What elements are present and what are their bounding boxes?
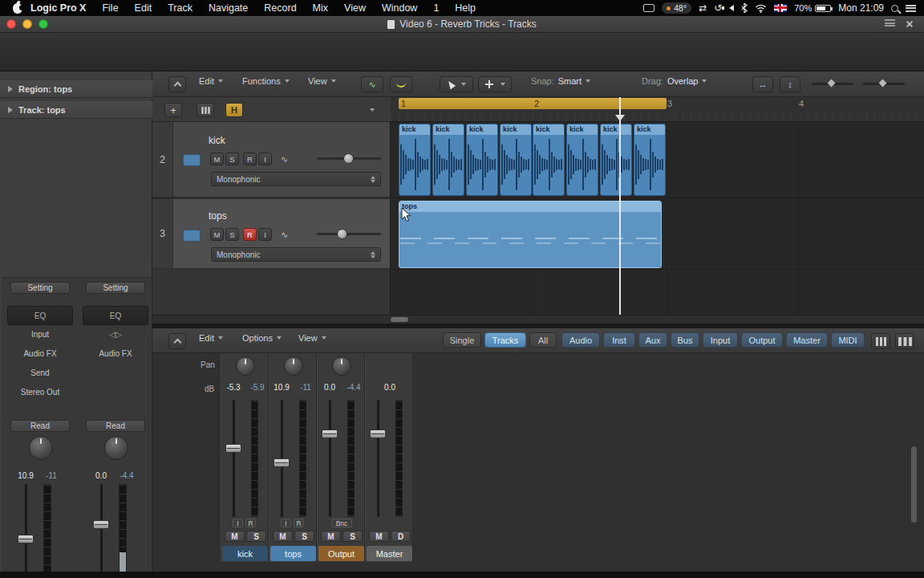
track-name[interactable]: kick: [209, 135, 225, 146]
solo-button[interactable]: S: [246, 531, 266, 542]
disclosure-triangle-icon[interactable]: [8, 86, 13, 92]
send-slot[interactable]: Send: [4, 368, 76, 377]
eq-thumbnail[interactable]: EQ: [7, 306, 73, 325]
pan-knob[interactable]: [104, 436, 128, 460]
menu-record[interactable]: Record: [256, 2, 304, 14]
mixer-edit-menu[interactable]: Edit: [199, 333, 223, 343]
audio-region-kick[interactable]: kick: [399, 124, 431, 196]
volume-icon[interactable]: [729, 5, 734, 11]
left-click-tool-menu[interactable]: [440, 76, 473, 92]
battery-status[interactable]: 70%: [794, 3, 831, 13]
dim-button[interactable]: D: [391, 531, 411, 542]
setting-button[interactable]: Setting: [86, 282, 145, 294]
pan-knob[interactable]: [332, 356, 351, 376]
freeze-icon[interactable]: ∿: [281, 230, 288, 240]
volume-slider[interactable]: [317, 233, 381, 235]
mute-button[interactable]: M: [210, 228, 224, 241]
tracks-edit-menu[interactable]: Edit: [199, 76, 223, 86]
bounce-button[interactable]: Bnc: [331, 519, 352, 527]
record-enable-button[interactable]: R: [294, 519, 304, 527]
region-inspector-header[interactable]: Region: tops: [0, 80, 152, 98]
cmd-click-tool-menu[interactable]: [478, 76, 512, 92]
menu-clock[interactable]: Mon 21:09: [838, 2, 884, 14]
filter-inst[interactable]: Inst: [603, 332, 635, 348]
notification-center-icon[interactable]: [906, 5, 916, 12]
solo-button[interactable]: S: [294, 531, 314, 542]
solo-button[interactable]: S: [225, 228, 239, 241]
audio-region-kick[interactable]: kick: [533, 124, 565, 196]
tracks-functions-menu[interactable]: Functions: [242, 76, 290, 86]
track-header-tops[interactable]: 3 tops M S R I ∿ Monophonic: [152, 199, 391, 269]
sync-icon[interactable]: ⇄: [699, 2, 707, 14]
scrollbar-thumb[interactable]: [391, 317, 408, 322]
automation-mode-button[interactable]: Read: [86, 420, 145, 432]
volume-fader[interactable]: [93, 520, 109, 529]
mode-dropdown[interactable]: Monophonic: [211, 172, 381, 186]
volume-fader[interactable]: [322, 429, 338, 438]
menu-app[interactable]: Logic Pro X: [22, 2, 94, 14]
mute-button[interactable]: M: [210, 153, 224, 165]
pane-arrow-button[interactable]: [168, 333, 186, 349]
volume-fader[interactable]: [18, 535, 34, 543]
setting-button[interactable]: Setting: [10, 282, 70, 294]
disclosure-triangle-icon[interactable]: [8, 107, 13, 113]
add-track-button[interactable]: +: [164, 103, 182, 117]
spotlight-icon[interactable]: [891, 5, 898, 12]
vertical-zoom-icon[interactable]: ↕: [780, 76, 800, 92]
filter-master[interactable]: Master: [786, 332, 828, 348]
time-machine-icon[interactable]: ↺: [714, 2, 722, 14]
solo-button[interactable]: S: [225, 153, 239, 165]
keyboard-flag-icon[interactable]: [774, 4, 787, 12]
input-monitor-button[interactable]: I: [233, 519, 243, 527]
menu-window[interactable]: Window: [374, 2, 425, 14]
filter-single[interactable]: Single: [443, 332, 481, 348]
audio-region-kick[interactable]: kick: [634, 124, 666, 196]
automation-button[interactable]: [390, 76, 412, 92]
playhead[interactable]: [619, 97, 621, 315]
audio-region-kick[interactable]: kick: [466, 124, 498, 196]
channel-name-plate[interactable]: Master: [367, 546, 412, 561]
vertical-zoom-slider[interactable]: [863, 83, 905, 85]
filter-output[interactable]: Output: [741, 332, 783, 348]
display-icon[interactable]: [643, 4, 654, 12]
mixer-options-menu[interactable]: Options: [242, 333, 282, 343]
mixer-view-menu[interactable]: View: [298, 333, 326, 343]
mode-dropdown[interactable]: Monophonic: [211, 247, 381, 262]
audio-region-kick[interactable]: kick: [432, 124, 464, 196]
freeze-icon[interactable]: ∿: [281, 154, 288, 165]
playhead-marker[interactable]: [615, 115, 625, 121]
drag-menu[interactable]: Drag:Overlap: [642, 76, 707, 86]
snap-menu[interactable]: Snap:Smart: [531, 76, 590, 86]
mute-button[interactable]: M: [321, 531, 341, 542]
filter-audio[interactable]: Audio: [561, 332, 600, 348]
mute-button[interactable]: M: [225, 531, 245, 542]
wifi-icon[interactable]: [755, 4, 767, 13]
input-monitor-button[interactable]: I: [258, 228, 272, 241]
pane-arrow-button[interactable]: [168, 76, 186, 92]
record-enable-button[interactable]: R: [243, 228, 257, 241]
audio-fx-slot[interactable]: Audio FX: [79, 349, 152, 358]
pan-knob[interactable]: [236, 356, 255, 376]
waveform-zoom-icon[interactable]: ↔: [752, 76, 773, 92]
solo-button[interactable]: S: [342, 531, 363, 542]
track-header-kick[interactable]: 2 kick M S R I ∿ Monophonic: [152, 122, 391, 197]
wide-view-icon[interactable]: [895, 333, 914, 349]
bluetooth-icon[interactable]: [741, 3, 748, 13]
volume-slider-thumb[interactable]: [337, 229, 347, 239]
automation-mode-button[interactable]: Read: [10, 420, 70, 432]
flex-button[interactable]: ∿: [361, 76, 383, 92]
menu-mix[interactable]: Mix: [305, 2, 336, 14]
channel-name-plate[interactable]: kick: [222, 546, 268, 561]
narrow-view-icon[interactable]: [871, 333, 890, 349]
input-monitor-button[interactable]: I: [258, 153, 272, 165]
eq-thumbnail[interactable]: EQ: [83, 306, 148, 325]
menu-file[interactable]: File: [94, 2, 126, 14]
audio-region-kick[interactable]: kick: [500, 124, 532, 196]
catch-playhead-button[interactable]: H: [225, 103, 243, 117]
volume-fader[interactable]: [370, 429, 386, 438]
fullscreen-icon[interactable]: [906, 20, 914, 28]
filter-midi[interactable]: MIDI: [831, 332, 865, 348]
mixer-vertical-scrollbar[interactable]: [911, 446, 917, 523]
cycle-region[interactable]: [399, 98, 667, 109]
filter-bus[interactable]: Bus: [671, 332, 699, 348]
